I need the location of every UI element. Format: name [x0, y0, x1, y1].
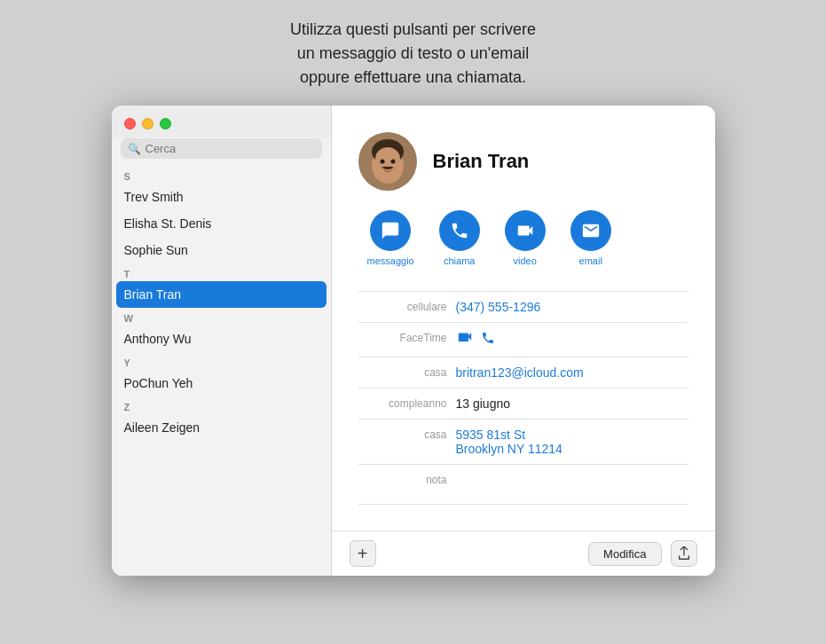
main-footer: + Modifica: [332, 530, 715, 576]
contact-name: Brian Tran: [433, 150, 530, 173]
message-icon: [370, 210, 411, 251]
contact-header: Brian Tran: [358, 132, 688, 191]
share-button[interactable]: [671, 540, 697, 567]
label-facetime: FaceTime: [358, 331, 447, 344]
search-icon: 🔍: [128, 143, 141, 155]
annotation-tooltip: Utilizza questi pulsanti per scrivere un…: [290, 18, 536, 90]
email-label: email: [579, 255, 602, 266]
label-compleanno: compleanno: [358, 397, 447, 410]
call-button[interactable]: chiama: [439, 210, 480, 266]
value-cellulare[interactable]: (347) 555-1296: [456, 300, 688, 314]
value-facetime: [456, 331, 688, 349]
action-buttons: messaggio chiama v: [367, 210, 688, 266]
contact-detail: Brian Tran messaggio: [332, 106, 715, 530]
section-header-w: W: [112, 308, 331, 326]
label-email-casa: casa: [358, 365, 447, 379]
main-content: Brian Tran messaggio: [332, 106, 715, 576]
call-label: chiama: [444, 255, 475, 266]
label-nota: nota: [358, 473, 447, 486]
video-icon: [505, 210, 546, 251]
field-compleanno: compleanno 13 giugno: [358, 389, 688, 420]
avatar: [358, 132, 417, 191]
email-icon: [570, 210, 611, 251]
svg-point-4: [380, 160, 384, 164]
section-header-y: Y: [112, 352, 331, 370]
maximize-button[interactable]: [160, 118, 171, 130]
contact-item-brian-tran[interactable]: Brian Tran: [116, 281, 326, 308]
contact-item[interactable]: Anthony Wu: [112, 326, 331, 352]
message-button[interactable]: messaggio: [367, 210, 414, 266]
video-label: video: [514, 255, 537, 266]
detail-rows: cellulare (347) 555-1296 FaceTime: [358, 291, 688, 505]
titlebar: [112, 106, 331, 138]
facetime-video-icon[interactable]: [456, 331, 474, 349]
contact-item[interactable]: PoChun Yeh: [112, 370, 331, 397]
value-address[interactable]: 5935 81st StBrooklyn NY 11214: [456, 428, 688, 456]
contact-list: S Trev Smith Elisha St. Denis Sophie Sun…: [112, 166, 331, 576]
label-cellulare: cellulare: [358, 300, 447, 313]
value-compleanno: 13 giugno: [456, 397, 688, 411]
footer-right: Modifica: [588, 540, 696, 567]
field-email: casa britran123@icloud.com: [358, 357, 688, 389]
contact-item[interactable]: Trev Smith: [112, 184, 331, 210]
field-facetime: FaceTime: [358, 323, 688, 357]
field-nota: nota: [358, 465, 688, 505]
contact-item[interactable]: Aileen Zeigen: [112, 414, 331, 441]
section-header-z: Z: [112, 397, 331, 414]
video-button[interactable]: video: [505, 210, 546, 266]
add-contact-button[interactable]: +: [350, 540, 376, 567]
call-icon: [439, 210, 480, 251]
email-button[interactable]: email: [570, 210, 611, 266]
minimize-button[interactable]: [142, 118, 153, 130]
sidebar: 🔍 S Trev Smith Elisha St. Denis Sophie S…: [112, 106, 332, 576]
field-address: casa 5935 81st StBrooklyn NY 11214: [358, 420, 688, 465]
app-window: 🔍 S Trev Smith Elisha St. Denis Sophie S…: [112, 106, 715, 576]
contact-item[interactable]: Sophie Sun: [112, 237, 331, 263]
close-button[interactable]: [124, 118, 136, 130]
value-email[interactable]: britran123@icloud.com: [456, 365, 688, 380]
field-cellulare: cellulare (347) 555-1296: [358, 292, 688, 323]
message-label: messaggio: [367, 255, 414, 266]
section-header-t: T: [112, 263, 331, 281]
section-header-s: S: [112, 166, 331, 184]
search-bar[interactable]: 🔍: [121, 138, 322, 159]
contact-item[interactable]: Elisha St. Denis: [112, 210, 331, 237]
modifica-button[interactable]: Modifica: [588, 542, 661, 566]
search-input[interactable]: [146, 142, 315, 155]
label-address: casa: [358, 428, 447, 441]
svg-point-5: [390, 160, 395, 164]
facetime-phone-icon[interactable]: [481, 331, 495, 349]
